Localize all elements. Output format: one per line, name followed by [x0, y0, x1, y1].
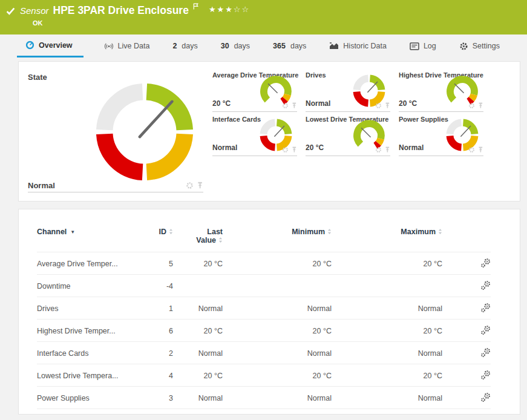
- channel-name[interactable]: Average Drive Temper...: [37, 252, 137, 275]
- table-row[interactable]: Downtime -4: [37, 275, 491, 297]
- tab-number: 2: [172, 42, 177, 50]
- channel-id: 2: [137, 342, 173, 364]
- sensor-header: Sensor HPE 3PAR Drive Enclosure ★★★☆☆ OK: [0, 0, 527, 34]
- gear-pin-icons[interactable]: [281, 146, 297, 154]
- column-header-maximum[interactable]: Maximum: [332, 223, 442, 252]
- channel-id: 5: [137, 252, 173, 275]
- channel-last-value: Normal: [173, 342, 223, 364]
- channel-settings-icon[interactable]: [480, 370, 491, 379]
- tab-number: 365: [273, 42, 286, 50]
- channel-settings-icon[interactable]: [480, 303, 491, 312]
- channel-settings-icon[interactable]: [480, 258, 491, 267]
- channel-settings-icon[interactable]: [480, 325, 491, 335]
- area-chart-icon: [329, 42, 339, 50]
- column-header-id[interactable]: ID: [137, 223, 173, 252]
- channel-minimum: Normal: [223, 409, 332, 415]
- mini-gauge-avg-drive-temperature[interactable]: Average Drive Temperature 20 °C: [212, 68, 297, 112]
- gear-pin-icons[interactable]: [375, 146, 390, 154]
- tab-2-days[interactable]: 2 days: [170, 34, 200, 57]
- gear-pin-icons[interactable]: [281, 102, 297, 110]
- table-row[interactable]: Highest Drive Temper... 6 20 °C 20 °C 20…: [37, 320, 491, 342]
- tab-label: days: [234, 42, 250, 50]
- channel-last-value: 20 °C: [173, 320, 223, 342]
- sensor-kind-label: Sensor: [20, 5, 49, 16]
- gauge-value: 20 °C: [399, 99, 417, 108]
- gear-pin-icons[interactable]: [375, 102, 390, 110]
- gauge-title: State: [28, 73, 47, 82]
- tab-label: Historic Data: [343, 42, 387, 50]
- gear-pin-icons[interactable]: [185, 181, 203, 190]
- mini-gauge-lowest-drive-temperature[interactable]: Lowest Drive Temperature 20 °C: [306, 112, 390, 156]
- column-header-last-value[interactable]: Last Value: [173, 223, 223, 252]
- tab-log[interactable]: Log: [407, 34, 439, 57]
- priority-stars[interactable]: ★★★☆☆: [209, 5, 250, 14]
- channel-name[interactable]: Downtime: [37, 275, 137, 297]
- channel-name[interactable]: State: [37, 409, 137, 415]
- channel-name[interactable]: Power Supplies: [37, 387, 137, 409]
- channel-maximum: Normal: [332, 297, 442, 320]
- table-row[interactable]: Interface Cards 2 Normal Normal Normal: [37, 342, 491, 364]
- gauge-value: 20 °C: [212, 99, 231, 108]
- channel-minimum: [223, 275, 332, 297]
- channel-last-value: 20 °C: [173, 364, 223, 387]
- tab-overview[interactable]: Overview: [17, 34, 83, 57]
- sort-icon: [218, 237, 223, 243]
- gear-icon: [459, 42, 468, 51]
- channel-last-value: Normal: [173, 409, 223, 415]
- channel-settings-icon[interactable]: [480, 392, 491, 402]
- tab-historic-data[interactable]: Historic Data: [327, 34, 389, 57]
- column-header-minimum[interactable]: Minimum: [223, 223, 332, 252]
- channel-minimum: Normal: [223, 387, 332, 409]
- sort-icon: [438, 228, 442, 235]
- tab-365-days[interactable]: 365 days: [270, 34, 309, 57]
- channel-name[interactable]: Drives: [37, 297, 137, 320]
- channel-maximum: [332, 275, 442, 297]
- channel-minimum: 20 °C: [223, 320, 332, 342]
- column-header-channel[interactable]: Channel▼: [37, 223, 137, 252]
- channel-settings-icon[interactable]: [480, 280, 491, 290]
- channel-last-value: 20 °C: [173, 252, 223, 275]
- priority-flag-icon[interactable]: [192, 2, 199, 10]
- gear-pin-icons[interactable]: [468, 146, 483, 154]
- channel-minimum: Normal: [223, 297, 332, 320]
- table-row[interactable]: Power Supplies 3 Normal Normal Normal: [37, 387, 491, 409]
- channel-last-value: [173, 275, 223, 297]
- tab-30-days[interactable]: 30 days: [218, 34, 252, 57]
- channel-id: 1: [137, 297, 173, 320]
- channel-id: 6: [137, 320, 173, 342]
- channel-name[interactable]: Highest Drive Temper...: [37, 320, 137, 342]
- mini-gauge-highest-drive-temperature[interactable]: Highest Drive Temperature 20 °C: [399, 68, 483, 112]
- tab-label: days: [290, 42, 306, 50]
- table-row[interactable]: Lowest Drive Tempera... 4 20 °C 20 °C 20…: [37, 364, 491, 387]
- sensor-title: HPE 3PAR Drive Enclosure: [53, 4, 189, 17]
- table-row[interactable]: Drives 1 Normal Normal Normal: [37, 297, 491, 320]
- channel-id: 3: [137, 387, 173, 409]
- channel-name[interactable]: Lowest Drive Tempera...: [37, 364, 137, 387]
- channel-maximum: Normal: [332, 409, 442, 415]
- state-gauge-panel[interactable]: State Normal: [28, 68, 212, 195]
- tab-live-data[interactable]: Live Data: [102, 34, 152, 57]
- mini-gauge-power-supplies[interactable]: Power Supplies Normal: [399, 112, 483, 156]
- tab-label: Live Data: [118, 42, 150, 50]
- column-header-actions: [442, 223, 491, 252]
- stars-filled: ★★★: [209, 5, 234, 14]
- tab-settings[interactable]: Settings: [457, 34, 502, 57]
- gear-pin-icons[interactable]: [468, 102, 483, 110]
- table-row[interactable]: Average Drive Temper... 5 20 °C 20 °C 20…: [37, 252, 491, 275]
- mini-gauge-drives[interactable]: Drives Normal: [306, 68, 390, 112]
- gauge-icon: [25, 41, 34, 50]
- channel-minimum: 20 °C: [223, 364, 332, 387]
- channel-minimum: 20 °C: [223, 252, 332, 275]
- channel-name[interactable]: Interface Cards: [37, 342, 137, 364]
- gauge-value: Normal: [212, 143, 237, 152]
- table-row[interactable]: State 0 Normal Normal Normal: [37, 409, 491, 415]
- stars-empty: ☆☆: [234, 5, 250, 14]
- channels-panel: Channel▼ ID Last Value Minimum Maximum: [18, 209, 520, 415]
- mini-gauge-grid: Average Drive Temperature 20 °C Drives N…: [212, 68, 483, 195]
- mini-gauge-interface-cards[interactable]: Interface Cards Normal: [212, 112, 297, 156]
- broadcast-icon: [104, 42, 114, 51]
- channel-maximum: 20 °C: [332, 320, 442, 342]
- tab-number: 30: [221, 42, 229, 50]
- channel-settings-icon[interactable]: [480, 347, 491, 357]
- tab-label: days: [182, 42, 197, 50]
